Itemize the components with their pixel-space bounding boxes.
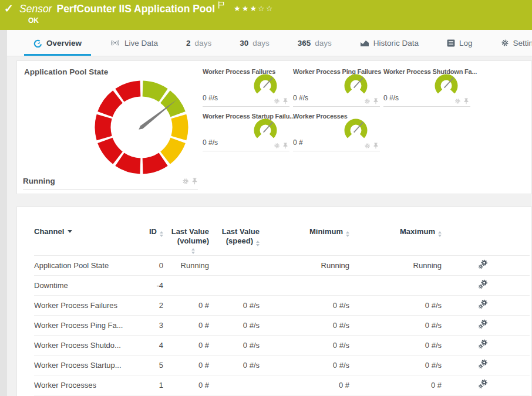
sort-icon — [438, 231, 442, 237]
channel-settings-gears-icon[interactable] — [478, 379, 488, 389]
gauge-pin-icon[interactable] — [282, 143, 288, 149]
column-header-maximum[interactable]: Maximum — [349, 222, 442, 255]
last-value-volume: Running — [163, 255, 209, 275]
gauge-pin-icon[interactable] — [373, 143, 379, 149]
mini-gauge-title: Worker Process Startup Failu... — [203, 113, 295, 120]
channel-settings-gears-icon[interactable] — [478, 359, 488, 369]
priority-flag-icon — [218, 0, 224, 12]
channel-id: -4 — [140, 275, 163, 295]
mini-gauge-tile: Worker Processes 0 # — [293, 109, 380, 151]
sensor-title: PerfCounter IIS Application Pool — [56, 3, 215, 15]
table-row[interactable]: Worker Process Startup... 5 0 # 0 #/s 0 … — [34, 355, 530, 375]
column-header-last-value-volume[interactable]: Last Value (volume) — [163, 222, 209, 255]
channel-name: Worker Process Startup... — [34, 355, 140, 375]
tab-label: 30 — [240, 39, 248, 48]
channel-name: Worker Process Ping Fa... — [34, 315, 140, 335]
last-value-volume: 0 # — [163, 355, 209, 375]
column-label: (speed) — [226, 236, 253, 245]
channel-id: 0 — [140, 255, 163, 275]
area-chart-icon — [360, 39, 369, 47]
mini-gauge — [342, 117, 369, 143]
mini-gauge-value: 0 #/s — [293, 94, 308, 102]
channel-settings-gears-icon[interactable] — [478, 279, 488, 289]
table-row[interactable]: Application Pool State 0 Running Running… — [34, 255, 530, 275]
maximum-value — [349, 275, 442, 295]
minimum-value: 0 #/s — [260, 355, 349, 375]
tab-historic-data[interactable]: Historic Data — [359, 30, 420, 56]
mini-gauge — [252, 73, 279, 99]
tab-2-days[interactable]: 2 days — [185, 30, 213, 56]
column-label: (volume) — [177, 236, 209, 246]
mini-gauge — [342, 73, 369, 99]
gauge-pin-icon[interactable] — [191, 178, 198, 185]
channel-settings-gears-icon[interactable] — [478, 259, 488, 269]
last-value-volume: 0 # — [163, 335, 209, 355]
gauge-settings-gear-icon[interactable] — [364, 98, 371, 104]
table-row[interactable]: Downtime -4 — [34, 275, 530, 295]
column-label: Minimum — [309, 227, 343, 236]
gauge-settings-gear-icon[interactable] — [364, 143, 371, 149]
gauge-pin-icon[interactable] — [282, 98, 288, 104]
tab-label: 2 — [186, 39, 191, 48]
last-value-volume: 0 # — [163, 295, 209, 315]
column-header-last-value-speed[interactable]: Last Value (speed) — [209, 222, 260, 255]
minimum-value — [260, 275, 349, 295]
mini-gauge-value: 0 # — [293, 138, 303, 147]
mini-gauge — [252, 117, 279, 143]
mini-gauge-value: 0 #/s — [203, 138, 218, 147]
maximum-value: Running — [349, 255, 442, 275]
channel-id: 5 — [140, 355, 163, 375]
sort-icon — [256, 241, 260, 246]
channel-name: Worker Processes — [34, 375, 140, 395]
minimum-value: 0 #/s — [260, 295, 349, 315]
minimum-value: 0 # — [260, 375, 349, 395]
sort-icon — [346, 231, 349, 237]
priority-stars[interactable]: ★★★☆☆ — [234, 4, 274, 13]
gauge-settings-gear-icon[interactable] — [274, 143, 280, 149]
maximum-value: 0 #/s — [349, 355, 442, 375]
tab-log[interactable]: Log — [446, 30, 474, 56]
channel-id: 2 — [140, 295, 163, 315]
tab-overview[interactable]: Overview — [32, 30, 83, 56]
log-list-icon — [447, 39, 455, 47]
gauge-pin-icon[interactable] — [373, 98, 379, 104]
last-value-speed: 0 #/s — [209, 315, 260, 335]
tab-label: days — [315, 39, 332, 48]
column-header-id[interactable]: ID — [140, 222, 163, 255]
tab-live-data[interactable]: Live Data — [109, 30, 159, 56]
tab-label: days — [252, 39, 270, 48]
table-row[interactable]: Worker Process Shutdo... 4 0 # 0 #/s 0 #… — [34, 335, 530, 355]
primary-channel-value: Running — [23, 177, 182, 185]
column-label: Last Value — [171, 227, 209, 236]
tab-30-days[interactable]: 30 days — [238, 30, 271, 56]
channel-name: Worker Process Shutdo... — [34, 335, 140, 355]
column-header-channel[interactable]: Channel — [34, 222, 140, 255]
tab-label: Settings — [513, 39, 532, 48]
channel-settings-gears-icon[interactable] — [478, 339, 488, 349]
maximum-value: 0 #/s — [349, 295, 442, 315]
channel-settings-gears-icon[interactable] — [478, 319, 488, 329]
table-row[interactable]: Worker Process Failures 2 0 # 0 #/s 0 #/… — [34, 295, 530, 315]
maximum-value: 0 #/s — [349, 335, 442, 355]
gauge-pin-icon[interactable] — [463, 98, 469, 104]
last-value-speed: 0 #/s — [209, 355, 260, 375]
gauge-settings-gear-icon[interactable] — [454, 98, 461, 104]
column-header-minimum[interactable]: Minimum — [260, 222, 349, 255]
last-value-speed — [209, 375, 260, 395]
tab-settings[interactable]: Settings — [500, 30, 532, 56]
channel-id: 1 — [140, 375, 163, 395]
tab-365-days[interactable]: 365 days — [297, 30, 333, 56]
sort-icon — [191, 248, 195, 254]
column-label: Maximum — [400, 227, 435, 236]
object-kind-label: Sensor — [19, 3, 52, 15]
gauge-settings-gear-icon[interactable] — [274, 98, 280, 104]
page-left-margin — [0, 30, 7, 396]
gauge-settings-gear-icon[interactable] — [182, 178, 189, 185]
application-pool-state-gauge — [91, 77, 192, 178]
tab-label: Log — [459, 39, 473, 48]
table-row[interactable]: Worker Processes 1 0 # 0 # 0 # — [34, 375, 530, 395]
tab-label: 365 — [298, 39, 311, 48]
table-row[interactable]: Worker Process Ping Fa... 3 0 # 0 #/s 0 … — [34, 315, 530, 335]
channel-settings-gears-icon[interactable] — [478, 299, 488, 309]
minimum-value: 0 #/s — [260, 335, 349, 355]
